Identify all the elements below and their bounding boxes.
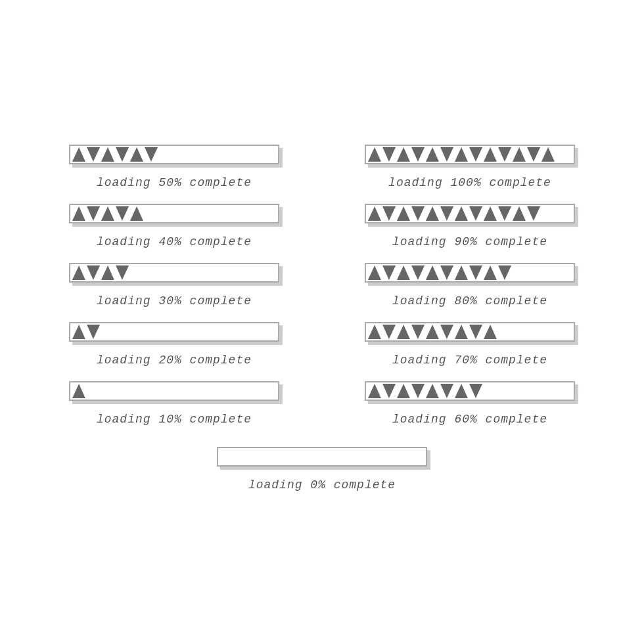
bar-outer-100: [365, 145, 575, 164]
progress-item-50: loading 50% complete: [39, 145, 309, 189]
progress-item-10: loading 10% complete: [39, 381, 309, 426]
bar-label-50: loading 50% complete: [97, 176, 252, 189]
bar-label-60: loading 60% complete: [392, 413, 547, 426]
bar-fill-100: [366, 146, 563, 163]
bar-fill-70: [366, 323, 504, 340]
bar-label-90: loading 90% complete: [392, 235, 547, 248]
bar-fill-60: [366, 382, 484, 400]
bar-outer-80: [365, 263, 575, 283]
main-container: loading 50% completeloading 100% complet…: [26, 125, 618, 519]
bar-outer-40: [69, 204, 279, 223]
bar-fill-30: [70, 264, 129, 281]
progress-item-90: loading 90% complete: [335, 204, 605, 248]
bar-outer-70: [365, 322, 575, 342]
bar-outer-90: [365, 204, 575, 223]
progress-grid: loading 50% completeloading 100% complet…: [39, 145, 605, 434]
bar-label-100: loading 100% complete: [388, 176, 551, 189]
bar-outer-10: [69, 381, 279, 401]
bar-outer-20: [69, 322, 279, 342]
progress-item-0: loading 0% complete: [217, 447, 427, 492]
bar-fill-90: [366, 205, 543, 222]
progress-item-20: loading 20% complete: [39, 322, 309, 367]
bar-label-80: loading 80% complete: [392, 294, 547, 308]
bar-fill-20: [70, 323, 110, 340]
bar-outer-0: [217, 447, 427, 467]
bar-label-10: loading 10% complete: [97, 413, 252, 426]
bar-label-0: loading 0% complete: [248, 478, 396, 492]
progress-item-0: loading 0% complete: [217, 447, 427, 499]
bar-outer-50: [69, 145, 279, 164]
bar-fill-50: [70, 146, 169, 163]
bar-fill-80: [366, 264, 524, 281]
progress-item-80: loading 80% complete: [335, 263, 605, 308]
bar-outer-30: [69, 263, 279, 283]
progress-item-40: loading 40% complete: [39, 204, 309, 248]
progress-item-30: loading 30% complete: [39, 263, 309, 308]
bar-label-30: loading 30% complete: [97, 294, 252, 308]
progress-item-60: loading 60% complete: [335, 381, 605, 426]
bar-label-20: loading 20% complete: [97, 354, 252, 367]
bar-outer-60: [365, 381, 575, 401]
bar-label-40: loading 40% complete: [97, 235, 252, 248]
progress-item-100: loading 100% complete: [335, 145, 605, 189]
bar-fill-40: [70, 205, 149, 222]
progress-item-70: loading 70% complete: [335, 322, 605, 367]
bar-fill-10: [70, 382, 90, 400]
bar-label-70: loading 70% complete: [392, 354, 547, 367]
